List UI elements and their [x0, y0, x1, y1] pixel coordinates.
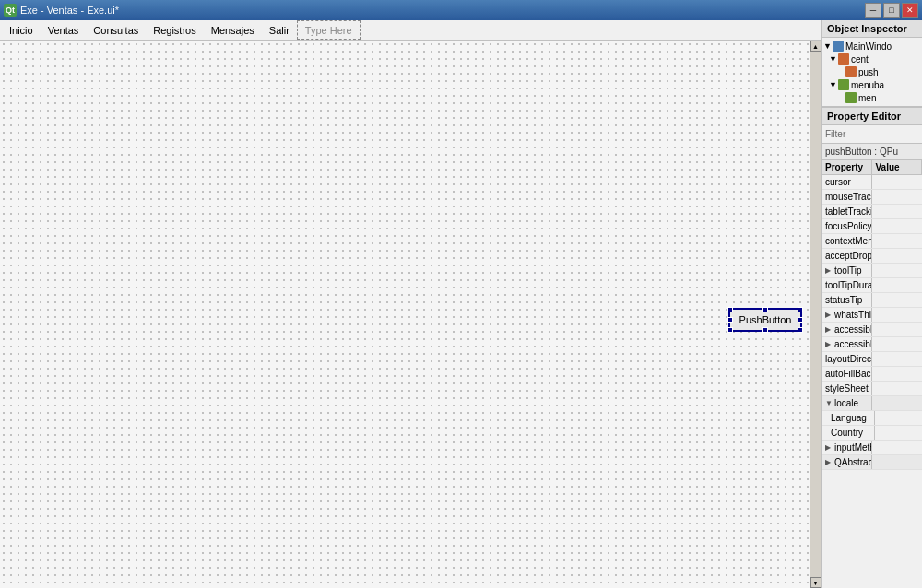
prop-autofill[interactable]: autoFillBack: [822, 367, 922, 382]
handle-br: [798, 327, 803, 333]
main-container: Inicio Ventas Consultas Registros Mensaj…: [0, 20, 922, 588]
tree-arrow-central: ▼: [829, 54, 838, 64]
object-inspector-header: Object Inspector: [822, 20, 922, 38]
tree-item-menu[interactable]: men: [822, 91, 922, 104]
tree-arrow-push: [836, 67, 845, 76]
menu-consultas[interactable]: Consultas: [86, 20, 146, 40]
handle-bm: [762, 327, 768, 333]
menu-inicio[interactable]: Inicio: [2, 20, 41, 40]
menu-type-here[interactable]: Type Here: [297, 20, 361, 40]
prop-name-autofill: autoFillBack: [822, 367, 872, 381]
canvas-row: PushButton ▲ ▼: [0, 41, 821, 588]
prop-name-contextmen: contextMen: [822, 234, 872, 248]
prop-value-stylesheet: [872, 382, 922, 395]
property-columns: Property Value: [822, 160, 922, 175]
prop-name-statustip: statusTip: [822, 293, 872, 307]
scroll-up-btn[interactable]: ▲: [810, 41, 822, 52]
menu-ventas[interactable]: Ventas: [41, 20, 87, 40]
tree-label-central: cent: [851, 54, 869, 65]
menu-registros[interactable]: Registros: [146, 20, 203, 40]
tree-arrow-menu: [836, 93, 845, 102]
prop-inputmethod[interactable]: ▶ inputMetho: [822, 441, 922, 455]
prop-name-language: Languag: [822, 411, 875, 425]
menu-salir[interactable]: Salir: [262, 20, 297, 40]
handle-bl: [727, 327, 733, 333]
canvas-area[interactable]: PushButton: [0, 41, 810, 588]
property-editor-header: Property Editor: [822, 108, 922, 125]
canvas-scrollbar[interactable]: ▲ ▼: [810, 41, 821, 588]
prop-value-layoutdir: [872, 352, 922, 366]
prop-stylesheet[interactable]: styleSheet: [822, 382, 922, 396]
prop-name-locale: ▼ locale: [822, 396, 872, 410]
menu-mensajes[interactable]: Mensajes: [204, 20, 262, 40]
tree-label-push: push: [858, 67, 879, 77]
minimize-button[interactable]: ─: [865, 3, 881, 18]
tree-label-menubar: menuba: [851, 80, 884, 90]
prop-country[interactable]: Country: [822, 426, 922, 441]
prop-value-language: [875, 411, 922, 425]
tree-item-menubar[interactable]: ▼ menuba: [822, 78, 922, 91]
prop-qabstract[interactable]: ▶ QAbstractB: [822, 455, 922, 470]
prop-statustip[interactable]: statusTip: [822, 293, 922, 308]
tree-item-push[interactable]: push: [822, 65, 922, 78]
window-title: Exe - Ventas - Exe.ui*: [20, 5, 119, 16]
prop-value-tablettrack: [872, 205, 922, 218]
prop-tablettrack[interactable]: tabletTracki: [822, 205, 922, 219]
pushbutton-widget[interactable]: PushButton: [728, 308, 802, 332]
prop-value-country: [875, 426, 922, 440]
tree-icon-menubar: [838, 79, 849, 90]
prop-value-contextmen: [872, 234, 922, 248]
prop-name-country: Country: [822, 426, 875, 440]
prop-value-cursor: [872, 175, 922, 189]
tree-icon-main: [833, 41, 844, 52]
prop-accdesc[interactable]: ▶ accessibleDe: [822, 337, 922, 352]
menu-bar: Inicio Ventas Consultas Registros Mensaj…: [0, 20, 821, 41]
handle-ml: [727, 317, 733, 323]
prop-tooltip[interactable]: ▶ toolTip: [822, 264, 922, 278]
expand-accdesc: ▶: [825, 340, 834, 348]
prop-name-focuspolicy: focusPolicy: [822, 219, 872, 233]
handle-mr: [798, 317, 803, 323]
prop-name-inputmethod: ▶ inputMetho: [822, 441, 872, 454]
expand-tooltip: ▶: [825, 266, 834, 275]
prop-focuspolicy[interactable]: focusPolicy: [822, 219, 922, 234]
tree-item-mainwindow[interactable]: ▼ MainWindo: [822, 40, 922, 53]
maximize-button[interactable]: □: [883, 3, 900, 18]
tree-label-menu: men: [858, 93, 876, 103]
prop-value-mousetrack: [872, 190, 922, 204]
prop-layoutdir[interactable]: layoutDirect: [822, 352, 922, 367]
prop-acceptdrops[interactable]: acceptDrop: [822, 249, 922, 264]
expand-whatsthis: ▶: [825, 311, 834, 319]
prop-accname[interactable]: ▶ accessibleNa: [822, 323, 922, 337]
prop-locale-group[interactable]: ▼ locale: [822, 396, 922, 411]
prop-whatsthi[interactable]: ▶ whatsThis: [822, 308, 922, 323]
scroll-down-btn[interactable]: ▼: [810, 577, 822, 588]
tree-icon-central: [838, 53, 849, 65]
prop-language[interactable]: Languag: [822, 411, 922, 426]
expand-inputmethod: ▶: [825, 443, 834, 452]
prop-name-acceptdrops: acceptDrop: [822, 249, 872, 263]
prop-contextmen[interactable]: contextMen: [822, 234, 922, 249]
designer-area: Inicio Ventas Consultas Registros Mensaj…: [0, 20, 821, 588]
handle-tm: [762, 307, 768, 312]
prop-value-accname: [872, 323, 922, 336]
close-button[interactable]: ✕: [902, 3, 918, 18]
prop-cursor[interactable]: cursor: [822, 175, 922, 190]
col-value: Value: [872, 160, 923, 174]
property-list[interactable]: cursor mouseTrack tabletTracki focusPoli…: [822, 175, 922, 588]
prop-name-accname: ▶ accessibleNa: [822, 323, 872, 336]
prop-mousetrack[interactable]: mouseTrack: [822, 190, 922, 205]
prop-value-tooltipd: [872, 278, 922, 292]
handle-tr: [798, 307, 803, 312]
prop-tooltipd[interactable]: toolTipDura: [822, 278, 922, 293]
prop-name-qabstract: ▶ QAbstractB: [822, 455, 872, 469]
tree-item-central[interactable]: ▼ cent: [822, 53, 922, 65]
prop-value-acceptdrops: [872, 249, 922, 263]
prop-value-inputmethod: [872, 441, 922, 454]
property-context: pushButton : QPu: [822, 144, 922, 160]
object-tree: ▼ MainWindo ▼ cent push: [822, 38, 922, 106]
prop-name-tablettrack: tabletTracki: [822, 205, 872, 218]
title-bar: Qt Exe - Ventas - Exe.ui* ─ □ ✕: [0, 0, 922, 20]
tree-arrow-menubar: ▼: [829, 80, 838, 89]
app-icon: Qt: [4, 4, 17, 17]
